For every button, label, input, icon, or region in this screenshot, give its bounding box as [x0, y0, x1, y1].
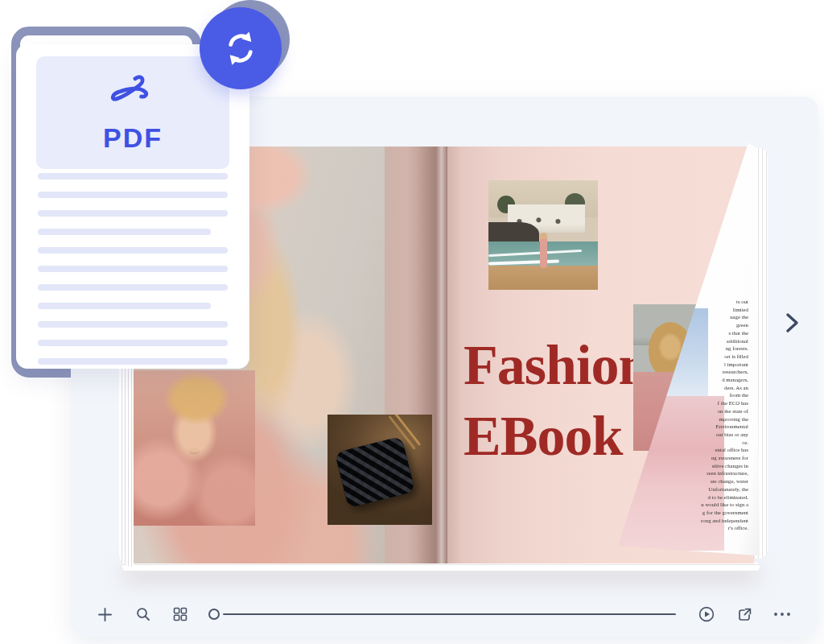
pdf-text-line [38, 247, 228, 254]
autoplay-button[interactable] [696, 604, 717, 625]
photo-woman [540, 233, 547, 268]
plus-icon [98, 608, 112, 621]
more-options-button[interactable] [772, 604, 793, 625]
pdf-text-line [38, 358, 228, 365]
export-icon [737, 607, 752, 622]
portrait-photo [134, 370, 255, 526]
screenshot-stage: Fashion EBook ts out limited uage the gr… [0, 0, 824, 644]
chevron-right-icon [785, 312, 800, 333]
grid-icon [173, 607, 187, 621]
magnifier-icon [136, 607, 150, 621]
pdf-document-card: PDF [16, 44, 249, 369]
photo-wave [488, 259, 559, 265]
next-page-button[interactable] [781, 311, 805, 335]
ebook-title: Fashion EBook [464, 330, 649, 472]
play-circle-icon [698, 606, 715, 622]
handbag-photo [328, 415, 432, 525]
photo-wave [488, 250, 582, 257]
pdf-label: PDF [103, 122, 163, 154]
photo-sand [488, 266, 598, 290]
search-button[interactable] [133, 604, 154, 625]
pdf-text-line [38, 173, 228, 180]
pdf-text-line [38, 266, 228, 272]
convert-sync-button[interactable] [200, 7, 282, 89]
pdf-text-line [38, 284, 228, 291]
sync-arrows-icon [220, 28, 261, 68]
pdf-text-line [38, 303, 211, 309]
ebook-title-line1: Fashion [464, 330, 649, 401]
zoom-in-button[interactable] [94, 604, 115, 625]
pdf-text-line [38, 321, 228, 328]
pdf-badge: PDF [36, 56, 229, 169]
handbag [334, 436, 414, 508]
page-slider-knob[interactable] [208, 609, 220, 620]
beach-house-photo [488, 180, 598, 290]
share-button[interactable] [734, 604, 755, 625]
ellipsis-icon [773, 612, 791, 617]
ebook-title-line2: EBook [464, 401, 649, 472]
thumbnails-button[interactable] [170, 604, 191, 625]
pdf-text-line [38, 210, 228, 217]
pdf-text-lines [38, 161, 228, 365]
pdf-text-line [38, 192, 228, 198]
page-slider-track[interactable] [223, 613, 676, 615]
pdf-text-line [38, 229, 211, 235]
acrobat-pdf-icon [109, 72, 156, 119]
pdf-text-line [38, 340, 228, 346]
